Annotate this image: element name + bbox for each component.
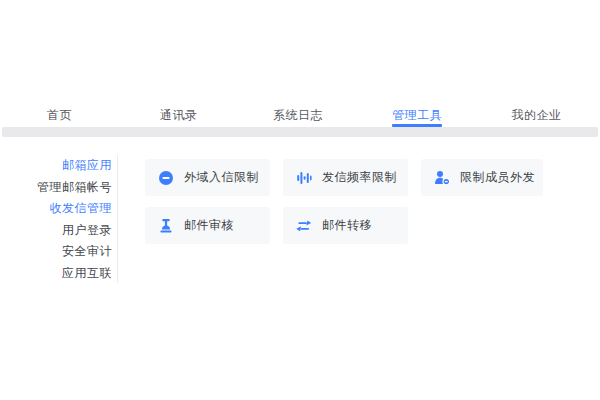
top-navigation: 首页 通讯录 系统日志 管理工具 我的企业 [0,103,596,127]
tab-admin-tools-label: 管理工具 [392,107,442,124]
stamp-icon [158,218,174,234]
card-label: 邮件转移 [322,217,372,234]
sidebar-item-send-receive-mgmt[interactable]: 收发信管理 [0,198,117,218]
tab-contacts[interactable]: 通讯录 [119,103,238,127]
card-send-frequency-limit[interactable]: 发信频率限制 [283,159,408,196]
card-label: 邮件审核 [184,217,234,234]
card-label: 限制成员外发 [460,169,535,186]
sidebar-item-security-audit[interactable]: 安全审计 [0,241,117,261]
sidebar: 邮箱应用 管理邮箱帐号 收发信管理 用户登录 安全审计 应用互联 [0,155,118,283]
tab-home[interactable]: 首页 [0,103,119,127]
sidebar-item-app-interconnect[interactable]: 应用互联 [0,263,117,283]
card-external-inbound-limit[interactable]: 外域入信限制 [145,159,270,196]
card-mail-review[interactable]: 邮件审核 [145,207,270,244]
sidebar-item-mailbox-apps[interactable]: 邮箱应用 [0,155,117,175]
minus-circle-icon [158,170,174,186]
card-label: 外域入信限制 [184,169,259,186]
restrict-member-icon [434,170,450,186]
tool-card-grid: 外域入信限制 发信频率限制 限制成员外发 [145,159,543,244]
tab-my-enterprise[interactable]: 我的企业 [477,103,596,127]
tab-system-log[interactable]: 系统日志 [238,103,357,127]
card-mail-transfer[interactable]: 邮件转移 [283,207,408,244]
tab-system-log-label: 系统日志 [273,107,323,124]
tab-home-label: 首页 [47,107,72,124]
transfer-arrows-icon [296,218,312,234]
tab-contacts-label: 通讯录 [160,107,198,124]
tab-admin-tools[interactable]: 管理工具 [358,103,477,127]
sidebar-item-manage-mail-accounts[interactable]: 管理邮箱帐号 [0,177,117,197]
divider-strip [2,127,598,137]
tab-my-enterprise-label: 我的企业 [511,107,561,124]
card-restrict-member-outbound[interactable]: 限制成员外发 [421,159,543,196]
sidebar-item-user-login[interactable]: 用户登录 [0,220,117,240]
frequency-bars-icon [296,170,312,186]
card-label: 发信频率限制 [322,169,397,186]
